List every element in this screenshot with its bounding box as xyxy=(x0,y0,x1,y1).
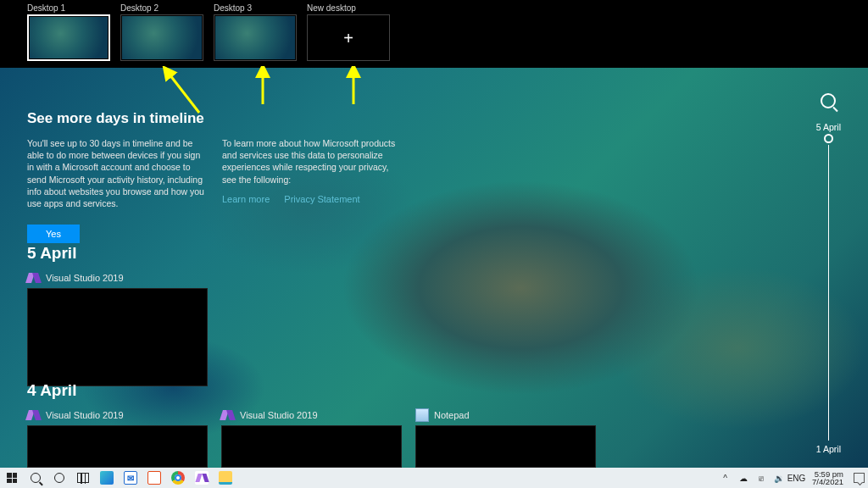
tray-overflow-icon[interactable]: ^ xyxy=(720,473,731,484)
onedrive-icon[interactable]: ☁ xyxy=(737,473,748,484)
taskbar-app-file-explorer[interactable] xyxy=(214,468,237,488)
date-heading: 4 April xyxy=(27,381,596,400)
taskbar-app-mail[interactable]: ✉ xyxy=(119,468,142,488)
desktop-3-label: Desktop 3 xyxy=(214,3,297,13)
card-text-right: To learn more about how Microsoft produc… xyxy=(222,137,400,186)
timeline-section-5-april: 5 April Visual Studio 2019 xyxy=(27,244,208,386)
learn-more-link[interactable]: Learn more xyxy=(222,194,270,204)
rail-track[interactable] xyxy=(828,145,830,441)
taskbar-app-office[interactable] xyxy=(142,468,166,488)
visual-studio-icon xyxy=(27,408,41,422)
app-name: Visual Studio 2019 xyxy=(46,410,124,420)
desktop-2-label: Desktop 2 xyxy=(120,3,203,13)
privacy-statement-link[interactable]: Privacy Statement xyxy=(284,194,359,204)
desktop-2-thumb[interactable] xyxy=(120,14,203,61)
timeline-card-header: Visual Studio 2019 xyxy=(221,408,402,422)
desktop-3-thumb[interactable] xyxy=(214,14,297,61)
cortana-button[interactable] xyxy=(47,468,71,488)
timeline-card[interactable] xyxy=(415,425,596,468)
visual-studio-icon xyxy=(221,408,235,422)
rail-position-knob[interactable] xyxy=(824,134,833,143)
action-center-icon[interactable] xyxy=(854,473,865,484)
system-tray: ^ ☁ ⎚ 🔉 ENG 5:59 pm 7/4/2021 xyxy=(720,468,868,488)
timeline-signin-card: See more days in timeline You'll see up … xyxy=(27,110,400,243)
virtual-desktops-strip: Desktop 1 Desktop 2 Desktop 3 New deskto… xyxy=(27,3,390,64)
timeline-search-icon[interactable] xyxy=(821,93,836,108)
clock[interactable]: 5:59 pm 7/4/2021 xyxy=(809,470,847,486)
yes-button[interactable]: Yes xyxy=(27,225,80,243)
timeline-card[interactable] xyxy=(27,425,208,468)
search-button[interactable] xyxy=(24,468,47,488)
card-title: See more days in timeline xyxy=(27,110,400,127)
desktop-2-tile[interactable]: Desktop 2 xyxy=(120,3,203,64)
timeline-card-header: Visual Studio 2019 xyxy=(27,408,208,422)
rail-bottom-date: 1 April xyxy=(816,444,841,454)
app-name: Notepad xyxy=(434,410,470,420)
start-button[interactable] xyxy=(0,468,24,488)
desktop-3-tile[interactable]: Desktop 3 xyxy=(214,3,297,64)
desktop-1-tile[interactable]: Desktop 1 xyxy=(27,3,110,64)
taskbar-app-chrome[interactable] xyxy=(166,468,190,488)
timeline-section-4-april: 4 April Visual Studio 2019 Visual Studio… xyxy=(27,381,596,468)
language-indicator[interactable]: ENG xyxy=(791,473,802,484)
date-heading: 5 April xyxy=(27,244,208,263)
desktop-1-thumb[interactable] xyxy=(27,14,110,61)
timeline-card-header: Notepad xyxy=(415,408,596,422)
new-desktop-tile[interactable]: New desktop + xyxy=(307,3,390,64)
plus-icon: + xyxy=(343,30,353,47)
task-view-button[interactable] xyxy=(71,468,95,488)
taskbar-left: ✉ xyxy=(0,468,237,488)
volume-icon[interactable]: 🔉 xyxy=(773,473,784,484)
timeline-card[interactable] xyxy=(27,288,208,386)
rail-top-date: 5 April xyxy=(816,122,841,132)
app-name: Visual Studio 2019 xyxy=(240,410,318,420)
new-desktop-label: New desktop xyxy=(307,3,390,13)
card-text-left: You'll see up to 30 days in timeline and… xyxy=(27,137,205,209)
desktop-1-label: Desktop 1 xyxy=(27,3,110,13)
notepad-icon xyxy=(415,408,429,422)
timeline-card-header: Visual Studio 2019 xyxy=(27,271,208,285)
taskbar-app-edge[interactable] xyxy=(95,468,119,488)
timeline-card[interactable] xyxy=(221,425,402,468)
taskbar-app-visual-studio[interactable] xyxy=(190,468,214,488)
new-desktop-thumb[interactable]: + xyxy=(307,14,390,61)
app-name: Visual Studio 2019 xyxy=(46,273,124,283)
timeline-scrollbar[interactable]: 5 April 1 April xyxy=(816,93,841,454)
wifi-icon[interactable]: ⎚ xyxy=(755,473,766,484)
taskbar: ✉ ^ ☁ ⎚ 🔉 ENG 5:59 pm 7/4/2021 xyxy=(0,468,868,488)
clock-date: 7/4/2021 xyxy=(812,478,843,486)
visual-studio-icon xyxy=(27,271,41,285)
